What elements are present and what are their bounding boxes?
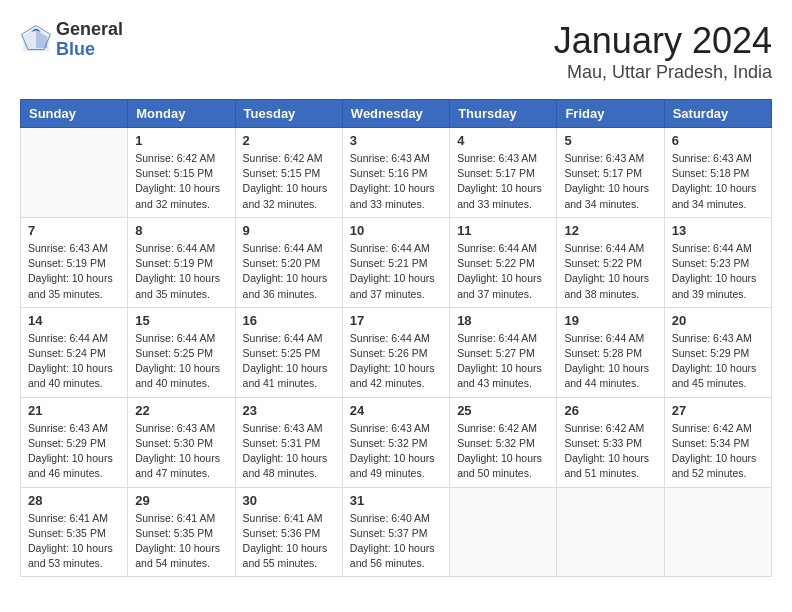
day-number: 3 <box>350 133 442 148</box>
day-info: Sunrise: 6:42 AM Sunset: 5:34 PM Dayligh… <box>672 421 764 482</box>
calendar-cell <box>557 487 664 577</box>
logo: General Blue <box>20 20 123 60</box>
calendar-cell: 18Sunrise: 6:44 AM Sunset: 5:27 PM Dayli… <box>450 307 557 397</box>
day-number: 8 <box>135 223 227 238</box>
day-info: Sunrise: 6:44 AM Sunset: 5:24 PM Dayligh… <box>28 331 120 392</box>
day-info: Sunrise: 6:40 AM Sunset: 5:37 PM Dayligh… <box>350 511 442 572</box>
day-info: Sunrise: 6:43 AM Sunset: 5:17 PM Dayligh… <box>564 151 656 212</box>
calendar-cell: 19Sunrise: 6:44 AM Sunset: 5:28 PM Dayli… <box>557 307 664 397</box>
calendar-header-row: SundayMondayTuesdayWednesdayThursdayFrid… <box>21 100 772 128</box>
logo-general-text: General <box>56 20 123 40</box>
calendar-cell: 4Sunrise: 6:43 AM Sunset: 5:17 PM Daylig… <box>450 128 557 218</box>
calendar-cell <box>21 128 128 218</box>
calendar-cell: 6Sunrise: 6:43 AM Sunset: 5:18 PM Daylig… <box>664 128 771 218</box>
calendar-cell: 15Sunrise: 6:44 AM Sunset: 5:25 PM Dayli… <box>128 307 235 397</box>
day-number: 24 <box>350 403 442 418</box>
page-title: January 2024 <box>554 20 772 62</box>
day-number: 15 <box>135 313 227 328</box>
calendar-cell: 23Sunrise: 6:43 AM Sunset: 5:31 PM Dayli… <box>235 397 342 487</box>
day-number: 10 <box>350 223 442 238</box>
day-info: Sunrise: 6:44 AM Sunset: 5:25 PM Dayligh… <box>243 331 335 392</box>
calendar-cell: 31Sunrise: 6:40 AM Sunset: 5:37 PM Dayli… <box>342 487 449 577</box>
calendar-cell: 25Sunrise: 6:42 AM Sunset: 5:32 PM Dayli… <box>450 397 557 487</box>
day-number: 6 <box>672 133 764 148</box>
week-row-5: 28Sunrise: 6:41 AM Sunset: 5:35 PM Dayli… <box>21 487 772 577</box>
calendar-cell: 27Sunrise: 6:42 AM Sunset: 5:34 PM Dayli… <box>664 397 771 487</box>
day-info: Sunrise: 6:44 AM Sunset: 5:22 PM Dayligh… <box>564 241 656 302</box>
calendar-cell: 2Sunrise: 6:42 AM Sunset: 5:15 PM Daylig… <box>235 128 342 218</box>
day-number: 23 <box>243 403 335 418</box>
day-info: Sunrise: 6:44 AM Sunset: 5:25 PM Dayligh… <box>135 331 227 392</box>
week-row-3: 14Sunrise: 6:44 AM Sunset: 5:24 PM Dayli… <box>21 307 772 397</box>
day-number: 25 <box>457 403 549 418</box>
logo-icon <box>20 24 52 56</box>
day-info: Sunrise: 6:42 AM Sunset: 5:15 PM Dayligh… <box>243 151 335 212</box>
calendar-cell: 26Sunrise: 6:42 AM Sunset: 5:33 PM Dayli… <box>557 397 664 487</box>
title-block: January 2024 Mau, Uttar Pradesh, India <box>554 20 772 83</box>
day-info: Sunrise: 6:43 AM Sunset: 5:29 PM Dayligh… <box>672 331 764 392</box>
day-info: Sunrise: 6:43 AM Sunset: 5:29 PM Dayligh… <box>28 421 120 482</box>
column-header-tuesday: Tuesday <box>235 100 342 128</box>
calendar-cell: 28Sunrise: 6:41 AM Sunset: 5:35 PM Dayli… <box>21 487 128 577</box>
day-info: Sunrise: 6:44 AM Sunset: 5:19 PM Dayligh… <box>135 241 227 302</box>
page-header: General Blue January 2024 Mau, Uttar Pra… <box>20 20 772 83</box>
calendar-cell: 20Sunrise: 6:43 AM Sunset: 5:29 PM Dayli… <box>664 307 771 397</box>
calendar-cell: 21Sunrise: 6:43 AM Sunset: 5:29 PM Dayli… <box>21 397 128 487</box>
week-row-1: 1Sunrise: 6:42 AM Sunset: 5:15 PM Daylig… <box>21 128 772 218</box>
day-info: Sunrise: 6:44 AM Sunset: 5:21 PM Dayligh… <box>350 241 442 302</box>
week-row-4: 21Sunrise: 6:43 AM Sunset: 5:29 PM Dayli… <box>21 397 772 487</box>
day-info: Sunrise: 6:44 AM Sunset: 5:22 PM Dayligh… <box>457 241 549 302</box>
day-number: 5 <box>564 133 656 148</box>
calendar-cell: 5Sunrise: 6:43 AM Sunset: 5:17 PM Daylig… <box>557 128 664 218</box>
column-header-monday: Monday <box>128 100 235 128</box>
column-header-sunday: Sunday <box>21 100 128 128</box>
day-info: Sunrise: 6:41 AM Sunset: 5:35 PM Dayligh… <box>28 511 120 572</box>
day-info: Sunrise: 6:43 AM Sunset: 5:32 PM Dayligh… <box>350 421 442 482</box>
column-header-friday: Friday <box>557 100 664 128</box>
day-info: Sunrise: 6:43 AM Sunset: 5:30 PM Dayligh… <box>135 421 227 482</box>
day-info: Sunrise: 6:44 AM Sunset: 5:27 PM Dayligh… <box>457 331 549 392</box>
day-number: 16 <box>243 313 335 328</box>
calendar-cell: 1Sunrise: 6:42 AM Sunset: 5:15 PM Daylig… <box>128 128 235 218</box>
day-number: 11 <box>457 223 549 238</box>
day-number: 9 <box>243 223 335 238</box>
calendar-cell <box>664 487 771 577</box>
day-number: 14 <box>28 313 120 328</box>
calendar-cell: 11Sunrise: 6:44 AM Sunset: 5:22 PM Dayli… <box>450 217 557 307</box>
day-info: Sunrise: 6:42 AM Sunset: 5:32 PM Dayligh… <box>457 421 549 482</box>
calendar-cell: 13Sunrise: 6:44 AM Sunset: 5:23 PM Dayli… <box>664 217 771 307</box>
day-number: 28 <box>28 493 120 508</box>
calendar-cell: 22Sunrise: 6:43 AM Sunset: 5:30 PM Dayli… <box>128 397 235 487</box>
day-info: Sunrise: 6:41 AM Sunset: 5:35 PM Dayligh… <box>135 511 227 572</box>
day-info: Sunrise: 6:43 AM Sunset: 5:17 PM Dayligh… <box>457 151 549 212</box>
logo-blue-text: Blue <box>56 40 123 60</box>
logo-text: General Blue <box>56 20 123 60</box>
calendar-cell: 29Sunrise: 6:41 AM Sunset: 5:35 PM Dayli… <box>128 487 235 577</box>
day-number: 19 <box>564 313 656 328</box>
day-info: Sunrise: 6:44 AM Sunset: 5:26 PM Dayligh… <box>350 331 442 392</box>
column-header-saturday: Saturday <box>664 100 771 128</box>
day-number: 22 <box>135 403 227 418</box>
calendar-cell: 17Sunrise: 6:44 AM Sunset: 5:26 PM Dayli… <box>342 307 449 397</box>
calendar-table: SundayMondayTuesdayWednesdayThursdayFrid… <box>20 99 772 577</box>
calendar-cell: 12Sunrise: 6:44 AM Sunset: 5:22 PM Dayli… <box>557 217 664 307</box>
day-info: Sunrise: 6:43 AM Sunset: 5:16 PM Dayligh… <box>350 151 442 212</box>
day-info: Sunrise: 6:44 AM Sunset: 5:20 PM Dayligh… <box>243 241 335 302</box>
day-info: Sunrise: 6:42 AM Sunset: 5:15 PM Dayligh… <box>135 151 227 212</box>
day-number: 30 <box>243 493 335 508</box>
calendar-cell: 9Sunrise: 6:44 AM Sunset: 5:20 PM Daylig… <box>235 217 342 307</box>
day-info: Sunrise: 6:44 AM Sunset: 5:28 PM Dayligh… <box>564 331 656 392</box>
day-number: 27 <box>672 403 764 418</box>
day-number: 13 <box>672 223 764 238</box>
day-number: 1 <box>135 133 227 148</box>
calendar-cell: 24Sunrise: 6:43 AM Sunset: 5:32 PM Dayli… <box>342 397 449 487</box>
calendar-cell <box>450 487 557 577</box>
calendar-cell: 3Sunrise: 6:43 AM Sunset: 5:16 PM Daylig… <box>342 128 449 218</box>
column-header-thursday: Thursday <box>450 100 557 128</box>
day-number: 12 <box>564 223 656 238</box>
day-number: 7 <box>28 223 120 238</box>
calendar-cell: 14Sunrise: 6:44 AM Sunset: 5:24 PM Dayli… <box>21 307 128 397</box>
day-info: Sunrise: 6:42 AM Sunset: 5:33 PM Dayligh… <box>564 421 656 482</box>
calendar-cell: 16Sunrise: 6:44 AM Sunset: 5:25 PM Dayli… <box>235 307 342 397</box>
page-subtitle: Mau, Uttar Pradesh, India <box>554 62 772 83</box>
